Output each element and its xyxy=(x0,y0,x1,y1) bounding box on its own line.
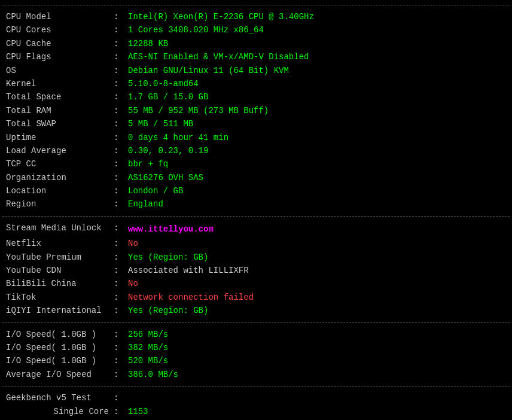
organization-value: AS16276 OVH SAS xyxy=(128,171,203,184)
geekbench-title-label: Geekbench v5 Test xyxy=(6,391,114,404)
media-section: Stream Media Unlock : www.ittellyou.com … xyxy=(2,219,510,320)
io1-row: I/O Speed( 1.0GB ) : 256 MB/s xyxy=(4,328,508,341)
youtube-cdn-value: Associated with LILLIXFR xyxy=(128,264,249,277)
netflix-row: Netflix : No xyxy=(4,237,508,250)
tiktok-label: TikTok xyxy=(6,291,114,304)
uptime-row: Uptime : 0 days 4 hour 41 min xyxy=(4,131,508,144)
youtube-premium-value: Yes (Region: GB) xyxy=(128,251,208,264)
io2-label: I/O Speed( 1.0GB ) xyxy=(6,341,114,354)
uptime-value: 0 days 4 hour 41 min xyxy=(128,131,228,144)
total-space-row: Total Space : 1.7 GB / 15.0 GB xyxy=(4,90,508,104)
kernel-label: Kernel xyxy=(6,77,114,90)
cpu-flags-row: CPU Flags : AES-NI Enabled & VM-x/AMD-V … xyxy=(4,50,508,63)
cpu-cores-value: 1 Cores 3408.020 MHz x86_64 xyxy=(128,23,264,36)
bilibili-value: No xyxy=(128,277,138,290)
total-swap-value: 5 MB / 511 MB xyxy=(128,117,193,130)
netflix-value: No xyxy=(128,237,138,250)
stream-row: Stream Media Unlock : www.ittellyou.com xyxy=(4,221,508,237)
single-core-value: 1153 xyxy=(128,405,148,418)
bilibili-row: BiliBili China : No xyxy=(4,277,508,290)
io-section: I/O Speed( 1.0GB ) : 256 MB/s I/O Speed(… xyxy=(2,325,510,384)
total-ram-label: Total RAM xyxy=(6,104,114,117)
divider-top xyxy=(2,5,510,5)
main-container: CPU Model : Intel(R) Xeon(R) E-2236 CPU … xyxy=(2,5,510,420)
io2-value: 382 MB/s xyxy=(128,341,168,354)
bilibili-label: BiliBili China xyxy=(6,277,114,290)
load-average-label: Load Average xyxy=(6,144,114,157)
region-value: England xyxy=(128,197,163,211)
cpu-model-value: Intel(R) Xeon(R) E-2236 CPU @ 3.40GHz xyxy=(128,10,314,23)
organization-label: Organization xyxy=(6,171,114,184)
region-label: Region xyxy=(6,197,114,211)
io3-value: 520 MB/s xyxy=(128,354,168,367)
cpu-model-row: CPU Model : Intel(R) Xeon(R) E-2236 CPU … xyxy=(4,10,508,23)
avg-io-value: 386.0 MB/s xyxy=(128,368,178,381)
io1-value: 256 MB/s xyxy=(128,328,168,341)
location-row: Location : London / GB xyxy=(4,184,508,197)
os-row: OS : Debian GNU/Linux 11 (64 Bit) KVM xyxy=(4,64,508,77)
cpu-cores-row: CPU Cores : 1 Cores 3408.020 MHz x86_64 xyxy=(4,23,508,36)
kernel-value: 5.10.0-8-amd64 xyxy=(128,77,199,90)
load-average-row: Load Average : 0.30, 0.23, 0.19 xyxy=(4,144,508,157)
location-value: London / GB xyxy=(128,184,183,197)
os-value: Debian GNU/Linux 11 (64 Bit) KVM xyxy=(128,64,289,77)
io2-row: I/O Speed( 1.0GB ) : 382 MB/s xyxy=(4,341,508,354)
avg-io-label: Average I/O Speed xyxy=(6,368,114,381)
total-ram-row: Total RAM : 55 MB / 952 MB (273 MB Buff) xyxy=(4,104,508,117)
tcp-cc-value: bbr + fq xyxy=(128,157,168,171)
system-section: CPU Model : Intel(R) Xeon(R) E-2236 CPU … xyxy=(2,8,510,214)
cpu-model-label: CPU Model xyxy=(6,10,114,23)
cpu-flags-value: AES-NI Enabled & VM-x/AMD-V Disabled xyxy=(128,50,309,63)
load-average-value: 0.30, 0.23, 0.19 xyxy=(128,144,208,157)
region-row: Region : England xyxy=(4,197,508,211)
geekbench-section: Geekbench v5 Test : Single Core : 1153 M… xyxy=(2,389,510,420)
tiktok-value: Network connection failed xyxy=(128,291,254,304)
total-space-label: Total Space xyxy=(6,90,114,104)
divider-3 xyxy=(2,386,510,386)
cpu-cache-value: 12288 KB xyxy=(128,37,168,50)
website-url: www.ittellyou.com xyxy=(128,221,214,237)
uptime-label: Uptime xyxy=(6,131,114,144)
iqiyi-value: Yes (Region: GB) xyxy=(128,304,208,317)
total-swap-row: Total SWAP : 5 MB / 511 MB xyxy=(4,117,508,130)
tcp-cc-label: TCP CC xyxy=(6,157,114,171)
organization-row: Organization : AS16276 OVH SAS xyxy=(4,171,508,184)
single-core-label: Single Core xyxy=(6,405,114,418)
tcp-cc-row: TCP CC : bbr + fq xyxy=(4,157,508,171)
iqiyi-row: iQIYI International : Yes (Region: GB) xyxy=(4,304,508,317)
divider-1 xyxy=(2,216,510,217)
total-ram-value: 55 MB / 952 MB (273 MB Buff) xyxy=(128,104,269,117)
netflix-label: Netflix xyxy=(6,237,114,250)
io3-row: I/O Speed( 1.0GB ) : 520 MB/s xyxy=(4,354,508,367)
youtube-premium-row: YouTube Premium : Yes (Region: GB) xyxy=(4,251,508,264)
youtube-premium-label: YouTube Premium xyxy=(6,251,114,264)
tiktok-row: TikTok : Network connection failed xyxy=(4,291,508,304)
kernel-row: Kernel : 5.10.0-8-amd64 xyxy=(4,77,508,90)
os-label: OS xyxy=(6,64,114,77)
youtube-cdn-row: YouTube CDN : Associated with LILLIXFR xyxy=(4,264,508,277)
single-core-row: Single Core : 1153 xyxy=(4,405,508,418)
cpu-cores-label: CPU Cores xyxy=(6,23,114,36)
io1-label: I/O Speed( 1.0GB ) xyxy=(6,328,114,341)
cpu-cache-row: CPU Cache : 12288 KB xyxy=(4,37,508,50)
io3-label: I/O Speed( 1.0GB ) xyxy=(6,354,114,367)
cpu-cache-label: CPU Cache xyxy=(6,37,114,50)
geekbench-title-row: Geekbench v5 Test : xyxy=(4,391,508,404)
stream-label: Stream Media Unlock xyxy=(6,221,114,237)
divider-2 xyxy=(2,322,510,323)
cpu-flags-label: CPU Flags xyxy=(6,50,114,63)
total-space-value: 1.7 GB / 15.0 GB xyxy=(128,90,208,104)
total-swap-label: Total SWAP xyxy=(6,117,114,130)
avg-io-row: Average I/O Speed : 386.0 MB/s xyxy=(4,368,508,381)
location-label: Location xyxy=(6,184,114,197)
iqiyi-label: iQIYI International xyxy=(6,304,114,317)
youtube-cdn-label: YouTube CDN xyxy=(6,264,114,277)
